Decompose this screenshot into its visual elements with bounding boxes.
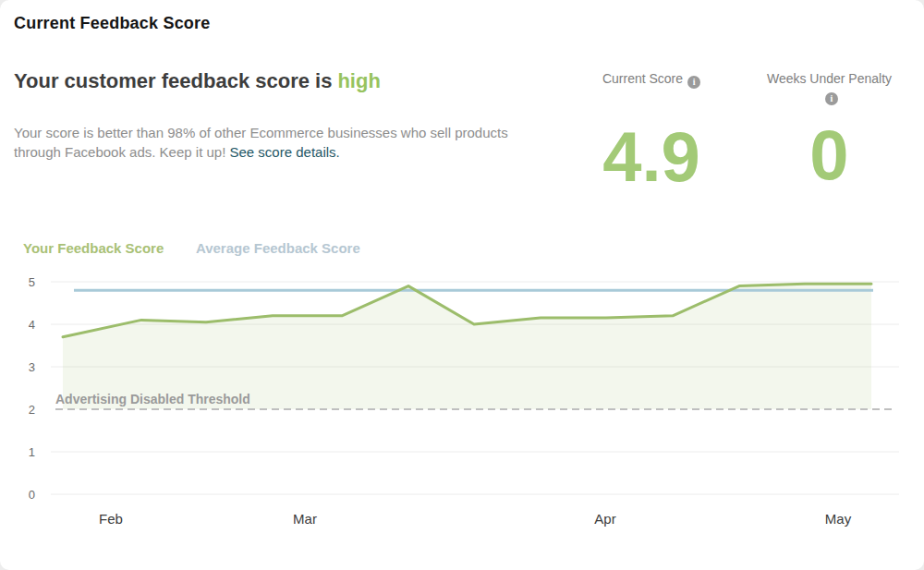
- y-axis-label: 2: [29, 403, 35, 417]
- x-axis-label: Apr: [594, 511, 615, 527]
- feedback-score-card: Current Feedback Score Your customer fee…: [0, 0, 924, 570]
- y-axis-label: 5: [29, 275, 35, 289]
- y-axis-label: 3: [29, 360, 35, 374]
- threshold-label: Advertising Disabled Threshold: [55, 392, 250, 406]
- your-score-area: [63, 284, 871, 409]
- y-axis-label: 4: [29, 318, 35, 332]
- x-axis-label: May: [825, 511, 852, 527]
- y-axis-label: 0: [29, 488, 35, 502]
- x-axis-label: Mar: [293, 511, 317, 527]
- x-axis-label: Feb: [99, 511, 123, 527]
- feedback-score-chart: 543210Advertising Disabled ThresholdFebM…: [0, 0, 924, 570]
- y-axis-label: 1: [29, 445, 35, 459]
